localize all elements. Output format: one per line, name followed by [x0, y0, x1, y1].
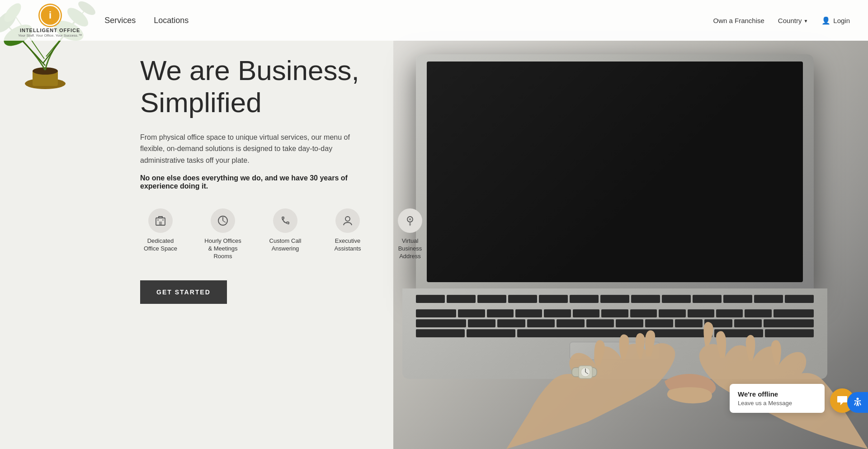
hourly-offices-icon	[211, 208, 235, 233]
navigation: i INTELLIGENT OFFICE Your Staff. Your Of…	[0, 0, 868, 41]
hands-image	[506, 277, 868, 449]
executive-assistants-icon	[335, 208, 360, 233]
logo-icon: i	[38, 3, 62, 28]
svg-rect-22	[157, 219, 159, 221]
svg-rect-20	[159, 222, 162, 225]
svg-point-27	[345, 217, 350, 221]
chat-bubble[interactable]: We're offline Leave us a Message	[730, 384, 825, 413]
virtual-business-label: Virtual Business Address	[390, 237, 430, 260]
hero-title: We are Business, Simplified	[140, 54, 479, 119]
laptop-screen	[427, 61, 803, 282]
nav-left: i INTELLIGENT OFFICE Your Staff. Your Of…	[18, 3, 189, 38]
chat-offline-status: We're offline	[738, 390, 816, 398]
get-started-button[interactable]: GET STARTED	[140, 280, 227, 304]
chat-leave-message[interactable]: Leave us a Message	[738, 400, 816, 406]
service-item-executive-assistants[interactable]: Executive Assistants	[327, 208, 368, 253]
custom-call-label: Custom Call Answering	[265, 237, 306, 253]
custom-call-icon	[273, 208, 297, 233]
country-label: Country	[778, 17, 802, 24]
login-button[interactable]: 👤 Login	[821, 16, 850, 25]
nav-franchise-link[interactable]: Own a Franchise	[713, 17, 764, 24]
dedicated-office-label: Dedicated Office Space	[140, 237, 181, 253]
country-selector[interactable]: Country ▼	[778, 17, 808, 24]
virtual-business-icon	[398, 208, 422, 233]
login-label: Login	[833, 17, 850, 24]
service-item-dedicated-office[interactable]: Dedicated Office Space	[140, 208, 181, 253]
service-item-hourly-offices[interactable]: Hourly Offices & Meetings Rooms	[203, 208, 243, 260]
hero-emphasis: No one else does everything we do, and w…	[140, 174, 375, 190]
hero-description: From physical office space to unique vir…	[140, 132, 375, 166]
executive-assistants-label: Executive Assistants	[327, 237, 368, 253]
logo-company-name: INTELLIGENT OFFICE	[20, 28, 80, 33]
svg-text:i: i	[49, 9, 52, 21]
nav-link-services[interactable]: Services	[104, 16, 136, 25]
svg-point-29	[409, 218, 411, 221]
user-icon: 👤	[821, 16, 830, 25]
hero-content: We are Business, Simplified From physica…	[140, 54, 479, 304]
nav-link-locations[interactable]: Locations	[154, 16, 189, 25]
nav-links: Services Locations	[104, 16, 189, 25]
hourly-offices-label: Hourly Offices & Meetings Rooms	[203, 237, 243, 260]
svg-rect-23	[162, 219, 164, 221]
dedicated-office-icon	[148, 208, 173, 233]
logo[interactable]: i INTELLIGENT OFFICE Your Staff. Your Of…	[18, 3, 82, 38]
chevron-down-icon: ▼	[803, 19, 808, 24]
service-item-custom-call[interactable]: Custom Call Answering	[265, 208, 306, 253]
logo-tagline: Your Staff. Your Office. Your Success.™	[18, 33, 82, 38]
chat-widget: We're offline Leave us a Message	[730, 384, 854, 413]
svg-point-30	[857, 398, 859, 400]
service-item-virtual-business[interactable]: Virtual Business Address	[390, 208, 430, 260]
chat-icon	[836, 395, 848, 406]
svg-line-26	[223, 221, 226, 222]
nav-right: Own a Franchise Country ▼ 👤 Login	[713, 16, 850, 25]
accessibility-button[interactable]	[847, 392, 868, 413]
accessibility-icon	[852, 397, 863, 408]
services-row: Dedicated Office Space Hourly Offices & …	[140, 208, 479, 260]
